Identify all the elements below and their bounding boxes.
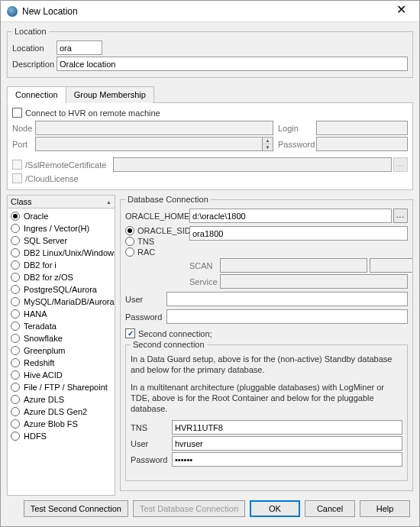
second-password-label: Password (131, 455, 172, 464)
service-label: Service (189, 277, 220, 286)
class-item[interactable]: Oracle (8, 210, 115, 222)
class-radio[interactable] (11, 395, 20, 404)
class-radio[interactable] (11, 358, 20, 367)
class-item[interactable]: DB2 for z/OS (8, 271, 115, 283)
class-radio[interactable] (11, 346, 20, 355)
rac-label: RAC (137, 247, 155, 257)
class-item-label: Azure Blob FS (24, 419, 78, 428)
class-item[interactable]: Ingres / Vector(H) (8, 222, 115, 234)
second-connection-checkbox[interactable] (125, 328, 135, 338)
oracle-sid-input[interactable] (189, 226, 408, 241)
help-button[interactable]: Help (360, 500, 410, 517)
class-list[interactable]: OracleIngres / Vector(H)SQL ServerDB2 Li… (8, 209, 115, 495)
test-second-connection-button[interactable]: Test Second Connection (24, 500, 128, 517)
class-radio[interactable] (11, 370, 20, 380)
class-radio[interactable] (11, 322, 20, 331)
class-item[interactable]: Snowflake (8, 332, 115, 344)
tns-radio[interactable] (125, 237, 134, 246)
chevron-up-icon[interactable]: ▲ (106, 199, 111, 205)
location-group: Location Location Description (7, 27, 413, 78)
class-item[interactable]: Hive ACID (8, 369, 115, 381)
class-item-label: MySQL/MariaDB/Aurora (24, 297, 115, 306)
dialog-new-location: New Location ✕ Location Location Descrip… (0, 0, 420, 527)
cancel-button[interactable]: Cancel (305, 500, 355, 517)
dbconn-password-label: Password (125, 312, 166, 322)
cloud-checkbox (12, 173, 22, 183)
class-item[interactable]: PostgreSQL/Aurora (8, 283, 115, 296)
location-input[interactable] (57, 40, 102, 55)
class-radio[interactable] (11, 383, 20, 392)
class-radio[interactable] (11, 309, 20, 318)
node-label: Node (12, 124, 35, 133)
window-title: New Location (22, 6, 386, 17)
oracle-sid-label: ORACLE_SID (137, 226, 191, 235)
description-input[interactable] (57, 57, 408, 71)
second-help-2: In a multitenant architecture (pluggable… (131, 380, 402, 419)
node-input (35, 121, 273, 135)
second-tns-input[interactable] (172, 420, 402, 435)
second-password-input[interactable] (172, 452, 402, 467)
class-radio[interactable] (11, 285, 20, 294)
class-radio[interactable] (11, 224, 20, 233)
tab-group-membership[interactable]: Group Membership (66, 86, 154, 103)
class-item[interactable]: File / FTP / Sharepoint (8, 381, 115, 393)
class-item[interactable]: SQL Server (8, 234, 115, 247)
ok-button[interactable]: OK (250, 500, 300, 517)
class-item-label: HDFS (24, 432, 47, 441)
class-item[interactable]: HDFS (8, 430, 115, 442)
class-radio[interactable] (11, 297, 20, 306)
remote-checkbox[interactable] (12, 108, 22, 118)
class-item[interactable]: HANA (8, 308, 115, 320)
scan-port-input (370, 258, 413, 273)
class-item[interactable]: Azure DLS (8, 393, 115, 406)
oracle-home-input[interactable] (189, 209, 392, 223)
class-radio[interactable] (11, 334, 20, 343)
class-item[interactable]: Greenplum (8, 344, 115, 357)
class-item-label: DB2 for i (24, 260, 57, 270)
oracle-home-browse-button[interactable]: ... (393, 209, 408, 223)
tab-connection[interactable]: Connection (7, 86, 66, 103)
port-label: Port (12, 140, 35, 149)
app-icon (7, 6, 18, 17)
titlebar: New Location ✕ (1, 1, 419, 22)
remote-checkbox-label: Connect to HVR on remote machine (25, 108, 160, 118)
second-connection-label: Second connection; (138, 329, 212, 338)
class-radio[interactable] (11, 407, 20, 416)
scan-input (220, 258, 367, 273)
class-radio[interactable] (11, 236, 20, 245)
dbconn-password-input[interactable] (166, 309, 408, 324)
class-radio[interactable] (11, 212, 20, 221)
class-panel: Class ▲ OracleIngres / Vector(H)SQL Serv… (7, 195, 115, 496)
class-item-label: Snowflake (24, 334, 63, 343)
class-item[interactable]: DB2 for i (8, 259, 115, 271)
class-item[interactable]: MySQL/MariaDB/Aurora (8, 296, 115, 308)
class-item[interactable]: Azure Blob FS (8, 418, 115, 430)
dbconn-user-input[interactable] (166, 292, 408, 306)
class-item-label: Azure DLS (24, 395, 64, 404)
dbconn-legend: Database Connection (125, 195, 211, 204)
class-item-label: Hive ACID (24, 370, 63, 380)
class-header: Class (11, 197, 32, 206)
class-radio[interactable] (11, 273, 20, 282)
class-item-label: File / FTP / Sharepoint (24, 383, 108, 392)
second-user-label: User (131, 439, 172, 448)
class-item[interactable]: Teradata (8, 320, 115, 332)
second-legend: Second connection (131, 340, 207, 349)
class-item[interactable]: DB2 Linux/Unix/Windows (8, 247, 115, 259)
oracle-sid-radio[interactable] (125, 226, 134, 235)
class-radio[interactable] (11, 419, 20, 428)
class-item-label: Ingres / Vector(H) (24, 224, 89, 233)
rac-radio[interactable] (125, 247, 134, 257)
class-radio[interactable] (11, 432, 20, 441)
tab-page-connection: Connect to HVR on remote machine Node Lo… (7, 103, 413, 190)
class-radio[interactable] (11, 260, 20, 270)
location-legend: Location (12, 27, 49, 36)
second-tns-label: TNS (131, 423, 172, 432)
second-user-input[interactable] (172, 436, 402, 451)
class-radio[interactable] (11, 248, 20, 257)
close-button[interactable]: ✕ (386, 2, 416, 21)
class-item[interactable]: Azure DLS Gen2 (8, 406, 115, 418)
test-database-connection-button[interactable]: Test Database Connection (133, 500, 245, 517)
port-input (35, 137, 263, 151)
class-item[interactable]: Redshift (8, 357, 115, 369)
